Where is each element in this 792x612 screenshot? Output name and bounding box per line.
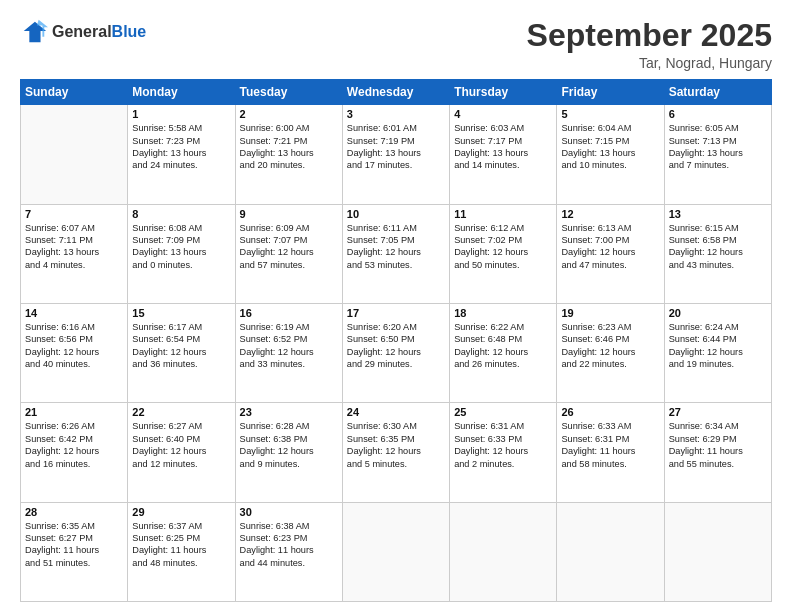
day-number: 26: [561, 406, 659, 418]
calendar-cell: 25Sunrise: 6:31 AMSunset: 6:33 PMDayligh…: [450, 403, 557, 502]
day-number: 4: [454, 108, 552, 120]
cell-info: Sunrise: 6:26 AMSunset: 6:42 PMDaylight:…: [25, 420, 123, 470]
calendar-cell: 30Sunrise: 6:38 AMSunset: 6:23 PMDayligh…: [235, 502, 342, 601]
calendar-cell: [557, 502, 664, 601]
cell-info: Sunrise: 6:15 AMSunset: 6:58 PMDaylight:…: [669, 222, 767, 272]
cell-info: Sunrise: 6:20 AMSunset: 6:50 PMDaylight:…: [347, 321, 445, 371]
calendar-cell: 22Sunrise: 6:27 AMSunset: 6:40 PMDayligh…: [128, 403, 235, 502]
day-header-tuesday: Tuesday: [235, 80, 342, 105]
day-number: 8: [132, 208, 230, 220]
day-header-saturday: Saturday: [664, 80, 771, 105]
cell-info: Sunrise: 6:22 AMSunset: 6:48 PMDaylight:…: [454, 321, 552, 371]
calendar-body: 1Sunrise: 5:58 AMSunset: 7:23 PMDaylight…: [21, 105, 772, 602]
day-number: 2: [240, 108, 338, 120]
title-block: September 2025 Tar, Nograd, Hungary: [527, 18, 772, 71]
logo-icon: [20, 18, 48, 46]
cell-info: Sunrise: 6:30 AMSunset: 6:35 PMDaylight:…: [347, 420, 445, 470]
calendar-table: SundayMondayTuesdayWednesdayThursdayFrid…: [20, 79, 772, 602]
calendar-cell: 5Sunrise: 6:04 AMSunset: 7:15 PMDaylight…: [557, 105, 664, 204]
calendar-cell: 3Sunrise: 6:01 AMSunset: 7:19 PMDaylight…: [342, 105, 449, 204]
day-number: 20: [669, 307, 767, 319]
day-number: 24: [347, 406, 445, 418]
calendar-week-row: 28Sunrise: 6:35 AMSunset: 6:27 PMDayligh…: [21, 502, 772, 601]
calendar-cell: 26Sunrise: 6:33 AMSunset: 6:31 PMDayligh…: [557, 403, 664, 502]
cell-info: Sunrise: 6:34 AMSunset: 6:29 PMDaylight:…: [669, 420, 767, 470]
calendar-cell: 13Sunrise: 6:15 AMSunset: 6:58 PMDayligh…: [664, 204, 771, 303]
day-number: 11: [454, 208, 552, 220]
day-number: 6: [669, 108, 767, 120]
calendar-cell: 20Sunrise: 6:24 AMSunset: 6:44 PMDayligh…: [664, 303, 771, 402]
cell-info: Sunrise: 6:05 AMSunset: 7:13 PMDaylight:…: [669, 122, 767, 172]
day-number: 22: [132, 406, 230, 418]
calendar-cell: 9Sunrise: 6:09 AMSunset: 7:07 PMDaylight…: [235, 204, 342, 303]
calendar-cell: 7Sunrise: 6:07 AMSunset: 7:11 PMDaylight…: [21, 204, 128, 303]
cell-info: Sunrise: 6:08 AMSunset: 7:09 PMDaylight:…: [132, 222, 230, 272]
cell-info: Sunrise: 5:58 AMSunset: 7:23 PMDaylight:…: [132, 122, 230, 172]
calendar-week-row: 21Sunrise: 6:26 AMSunset: 6:42 PMDayligh…: [21, 403, 772, 502]
calendar-cell: 14Sunrise: 6:16 AMSunset: 6:56 PMDayligh…: [21, 303, 128, 402]
day-header-thursday: Thursday: [450, 80, 557, 105]
header: GeneralBlue September 2025 Tar, Nograd, …: [20, 18, 772, 71]
cell-info: Sunrise: 6:13 AMSunset: 7:00 PMDaylight:…: [561, 222, 659, 272]
day-number: 1: [132, 108, 230, 120]
calendar-cell: 10Sunrise: 6:11 AMSunset: 7:05 PMDayligh…: [342, 204, 449, 303]
day-number: 23: [240, 406, 338, 418]
day-number: 18: [454, 307, 552, 319]
calendar-cell: 24Sunrise: 6:30 AMSunset: 6:35 PMDayligh…: [342, 403, 449, 502]
calendar-cell: 17Sunrise: 6:20 AMSunset: 6:50 PMDayligh…: [342, 303, 449, 402]
calendar-cell: 8Sunrise: 6:08 AMSunset: 7:09 PMDaylight…: [128, 204, 235, 303]
calendar-cell: [342, 502, 449, 601]
calendar-week-row: 14Sunrise: 6:16 AMSunset: 6:56 PMDayligh…: [21, 303, 772, 402]
cell-info: Sunrise: 6:38 AMSunset: 6:23 PMDaylight:…: [240, 520, 338, 570]
cell-info: Sunrise: 6:24 AMSunset: 6:44 PMDaylight:…: [669, 321, 767, 371]
day-number: 14: [25, 307, 123, 319]
day-number: 16: [240, 307, 338, 319]
logo-blue: Blue: [112, 23, 147, 40]
day-number: 28: [25, 506, 123, 518]
calendar-week-row: 1Sunrise: 5:58 AMSunset: 7:23 PMDaylight…: [21, 105, 772, 204]
calendar-cell: 23Sunrise: 6:28 AMSunset: 6:38 PMDayligh…: [235, 403, 342, 502]
day-number: 17: [347, 307, 445, 319]
cell-info: Sunrise: 6:17 AMSunset: 6:54 PMDaylight:…: [132, 321, 230, 371]
calendar-cell: [664, 502, 771, 601]
day-number: 9: [240, 208, 338, 220]
calendar-cell: 11Sunrise: 6:12 AMSunset: 7:02 PMDayligh…: [450, 204, 557, 303]
cell-info: Sunrise: 6:19 AMSunset: 6:52 PMDaylight:…: [240, 321, 338, 371]
cell-info: Sunrise: 6:16 AMSunset: 6:56 PMDaylight:…: [25, 321, 123, 371]
calendar-cell: 1Sunrise: 5:58 AMSunset: 7:23 PMDaylight…: [128, 105, 235, 204]
day-header-friday: Friday: [557, 80, 664, 105]
logo-general: General: [52, 23, 112, 40]
calendar-cell: [450, 502, 557, 601]
calendar-cell: 27Sunrise: 6:34 AMSunset: 6:29 PMDayligh…: [664, 403, 771, 502]
calendar-cell: 6Sunrise: 6:05 AMSunset: 7:13 PMDaylight…: [664, 105, 771, 204]
day-number: 3: [347, 108, 445, 120]
day-number: 10: [347, 208, 445, 220]
cell-info: Sunrise: 6:00 AMSunset: 7:21 PMDaylight:…: [240, 122, 338, 172]
cell-info: Sunrise: 6:01 AMSunset: 7:19 PMDaylight:…: [347, 122, 445, 172]
day-number: 30: [240, 506, 338, 518]
day-number: 25: [454, 406, 552, 418]
day-number: 21: [25, 406, 123, 418]
day-number: 15: [132, 307, 230, 319]
day-header-monday: Monday: [128, 80, 235, 105]
calendar-cell: 19Sunrise: 6:23 AMSunset: 6:46 PMDayligh…: [557, 303, 664, 402]
day-header-wednesday: Wednesday: [342, 80, 449, 105]
calendar-cell: 16Sunrise: 6:19 AMSunset: 6:52 PMDayligh…: [235, 303, 342, 402]
cell-info: Sunrise: 6:27 AMSunset: 6:40 PMDaylight:…: [132, 420, 230, 470]
calendar-cell: [21, 105, 128, 204]
cell-info: Sunrise: 6:35 AMSunset: 6:27 PMDaylight:…: [25, 520, 123, 570]
location: Tar, Nograd, Hungary: [527, 55, 772, 71]
calendar-cell: 15Sunrise: 6:17 AMSunset: 6:54 PMDayligh…: [128, 303, 235, 402]
day-number: 7: [25, 208, 123, 220]
day-number: 5: [561, 108, 659, 120]
day-number: 12: [561, 208, 659, 220]
day-number: 27: [669, 406, 767, 418]
day-header-sunday: Sunday: [21, 80, 128, 105]
calendar-week-row: 7Sunrise: 6:07 AMSunset: 7:11 PMDaylight…: [21, 204, 772, 303]
cell-info: Sunrise: 6:12 AMSunset: 7:02 PMDaylight:…: [454, 222, 552, 272]
cell-info: Sunrise: 6:11 AMSunset: 7:05 PMDaylight:…: [347, 222, 445, 272]
logo: GeneralBlue: [20, 18, 146, 46]
cell-info: Sunrise: 6:03 AMSunset: 7:17 PMDaylight:…: [454, 122, 552, 172]
cell-info: Sunrise: 6:23 AMSunset: 6:46 PMDaylight:…: [561, 321, 659, 371]
cell-info: Sunrise: 6:31 AMSunset: 6:33 PMDaylight:…: [454, 420, 552, 470]
